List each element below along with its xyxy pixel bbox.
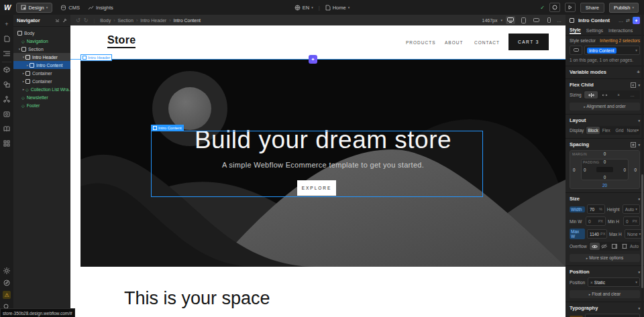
panel-scrollbar[interactable]	[641, 15, 643, 317]
breadcrumb-item[interactable]: Intro Header	[140, 18, 166, 23]
redo-icon[interactable]: ↻	[84, 17, 89, 23]
breakpoint-phone-button[interactable]	[544, 16, 553, 24]
overflow-visible-button[interactable]	[590, 243, 600, 250]
tree-item-section[interactable]: ▾ Section	[13, 45, 70, 53]
overflow-clip-button[interactable]	[619, 243, 629, 250]
page-switcher[interactable]: Home ▾	[325, 5, 350, 11]
chevron-down-icon[interactable]: ▾	[638, 119, 640, 123]
chevron-down-icon[interactable]: ▾	[638, 306, 640, 310]
display-grid-button[interactable]: Grid	[613, 127, 627, 134]
min-width-input[interactable]: 0PX	[586, 216, 606, 226]
tab-style[interactable]: Style	[570, 27, 581, 34]
navigator-button[interactable]	[3, 50, 11, 58]
class-selector-input[interactable]: Intro Content ▾	[584, 46, 640, 55]
site-nav-products[interactable]: PRODUCTS	[406, 40, 435, 45]
overflow-scroll-button[interactable]	[609, 243, 619, 250]
tree-item-body[interactable]: Body	[13, 29, 70, 37]
tree-item-collection-list[interactable]: ▸ ◇Collection List Wra...	[13, 85, 70, 93]
variables-button[interactable]	[3, 95, 11, 103]
overflow-auto-button[interactable]: Auto	[629, 243, 639, 250]
alignment-and-order-expander[interactable]: ▸ Alignment and order	[570, 103, 640, 111]
site-cart-button[interactable]: CART 3	[508, 34, 549, 50]
section-heading[interactable]: This is your space	[124, 288, 270, 309]
position-select[interactable]: × Static ▾	[588, 277, 640, 287]
height-input[interactable]: Auto▾	[623, 204, 640, 214]
margin-bottom-value[interactable]: 20	[602, 183, 607, 188]
add-variable-mode-button[interactable]: +	[637, 69, 640, 75]
components-button[interactable]	[3, 66, 11, 74]
libraries-button[interactable]	[3, 125, 11, 133]
tree-item-intro-content[interactable]: ▸ Intro Content	[13, 61, 70, 69]
chevron-down-icon[interactable]: ▾	[638, 197, 640, 201]
tab-interactions[interactable]: Interactions	[608, 28, 633, 33]
class-pill[interactable]: Intro Content	[587, 48, 616, 54]
chevron-down-icon[interactable]: ▾	[638, 270, 640, 274]
padding-top-value[interactable]: 0	[604, 160, 606, 164]
more-breakpoints-button[interactable]: …	[557, 18, 561, 23]
tab-settings[interactable]: Settings	[586, 28, 603, 33]
padding-right-value[interactable]: 0	[623, 168, 626, 172]
font-select[interactable]: Montserrat ▾	[585, 314, 640, 317]
design-canvas[interactable]: Store PRODUCTS ABOUT CONTACT CART 3 Buil…	[70, 25, 566, 317]
breadcrumb-item[interactable]: Body	[100, 18, 111, 23]
sizing-shrink-button[interactable]	[584, 91, 598, 99]
sizing-none-button[interactable]: ×	[612, 91, 626, 99]
display-none-button[interactable]: None▾	[626, 127, 639, 134]
breakpoint-indicator-button[interactable]	[570, 46, 582, 55]
float-and-clear-expander[interactable]: ▸ Float and clear	[570, 290, 640, 298]
overflow-hidden-button[interactable]	[600, 243, 610, 250]
comments-button[interactable]	[549, 3, 560, 12]
tree-item-container[interactable]: ▸ Container	[13, 77, 70, 85]
margin-left-value[interactable]: 0	[573, 168, 576, 172]
pages-button[interactable]	[3, 35, 11, 43]
tree-item-newsletter[interactable]: ◇Newsletter	[13, 93, 70, 101]
breakpoint-phone-landscape-button[interactable]	[531, 16, 541, 24]
settings-button[interactable]	[3, 267, 11, 275]
breadcrumb-item[interactable]: Section	[118, 18, 133, 23]
swap-component-icon[interactable]: ⇄	[626, 18, 630, 23]
pin-icon[interactable]	[62, 18, 67, 23]
margin-top-value[interactable]: 0	[604, 151, 606, 156]
publish-button[interactable]: Publish ▾	[609, 3, 639, 13]
site-nav-contact[interactable]: CONTACT	[474, 40, 500, 45]
scrollbar-thumb[interactable]	[641, 174, 643, 288]
site-nav-about[interactable]: ABOUT	[445, 40, 463, 45]
min-height-input[interactable]: 0PX	[623, 216, 640, 226]
share-button[interactable]: Share	[580, 3, 604, 13]
element-handle[interactable]: ✦	[309, 55, 317, 64]
tree-item-container[interactable]: ▸ Container	[13, 69, 70, 77]
sizing-grow-button[interactable]	[598, 91, 612, 99]
design-mode-button[interactable]: Design ▾	[16, 3, 52, 13]
assets-button[interactable]	[3, 80, 11, 88]
max-width-input[interactable]: 1140PX	[587, 229, 607, 239]
padding-left-value[interactable]: 0	[584, 168, 586, 172]
width-input[interactable]: 70%	[587, 204, 605, 214]
audit-warning-button[interactable]: ⚠	[3, 291, 11, 299]
tree-item-intro-header[interactable]: ▾ Intro Header	[13, 53, 70, 61]
chevron-down-icon[interactable]: ▾	[638, 143, 640, 147]
section-label-chip[interactable]: Intro Header	[80, 54, 112, 61]
padding-bottom-value[interactable]: 0	[604, 175, 606, 180]
breadcrumb-item-current[interactable]: Intro Content	[174, 18, 201, 23]
display-block-button[interactable]: Block	[586, 127, 600, 134]
undo-icon[interactable]: ↺	[76, 17, 80, 23]
webflow-logo[interactable]: W	[4, 3, 11, 11]
margin-right-value[interactable]: 0	[634, 168, 637, 172]
selected-element-chip[interactable]: Intro Content	[151, 125, 184, 131]
preview-button[interactable]	[565, 3, 576, 12]
inheriting-label[interactable]: Inheriting 2 selectors	[600, 38, 640, 43]
collapse-icon[interactable]	[55, 18, 60, 23]
cms-button[interactable]: CMS	[60, 5, 80, 11]
site-logo[interactable]: Store	[107, 34, 136, 48]
tree-item-footer[interactable]: ◇Footer	[13, 101, 70, 109]
ai-assistant-button[interactable]: ✦	[633, 17, 640, 24]
help-button[interactable]	[3, 279, 11, 287]
add-element-button[interactable]: +	[3, 20, 11, 28]
apps-button[interactable]	[3, 139, 11, 147]
insights-button[interactable]: Insights	[88, 5, 113, 11]
tree-item-navigation[interactable]: ◇Navigation	[13, 37, 70, 45]
sizing-custom-button[interactable]: …	[625, 91, 639, 99]
ecommerce-button[interactable]	[3, 110, 11, 118]
breakpoint-tablet-button[interactable]	[519, 16, 528, 24]
chevron-down-icon[interactable]: ▾	[638, 83, 640, 87]
